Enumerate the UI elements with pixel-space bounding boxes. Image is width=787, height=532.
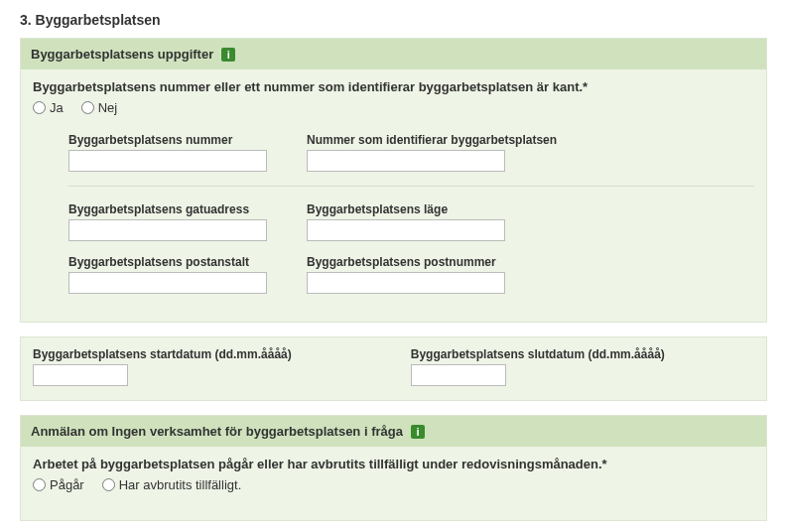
input-street[interactable] <box>68 219 267 241</box>
input-id-number[interactable] <box>307 150 505 172</box>
radio-yes-input[interactable] <box>33 101 46 114</box>
label-enddate: Byggarbetsplatsens slutdatum (dd.mm.åååå… <box>411 347 665 361</box>
label-id-number: Nummer som identifierar byggarbetsplatse… <box>307 133 557 147</box>
radio-paused-input[interactable] <box>102 478 115 491</box>
info-icon[interactable]: i <box>221 48 235 62</box>
panel-heading-text: Byggarbetsplatsens uppgifter <box>31 47 213 62</box>
radio-ongoing-input[interactable] <box>33 478 46 491</box>
field-street: Byggarbetsplatsens gatuadress <box>68 202 267 241</box>
label-site-number: Byggarbetsplatsens nummer <box>68 133 267 147</box>
radio-paused-label: Har avbrutits tillfälligt. <box>119 477 242 492</box>
question-number-known: Byggarbetsplatsens nummer eller ett numm… <box>33 79 754 94</box>
input-startdate[interactable] <box>33 364 128 386</box>
field-postoffice: Byggarbetsplatsens postanstalt <box>68 255 267 294</box>
input-postnumber[interactable] <box>307 272 505 294</box>
radio-row-activity: Pågår Har avbrutits tillfälligt. <box>33 477 754 492</box>
field-postnumber: Byggarbetsplatsens postnummer <box>307 255 505 294</box>
radio-no-input[interactable] <box>81 101 94 114</box>
input-enddate[interactable] <box>411 364 506 386</box>
field-location: Byggarbetsplatsens läge <box>307 202 505 241</box>
radio-no-label: Nej <box>98 100 118 115</box>
radio-ongoing[interactable]: Pågår <box>33 477 84 492</box>
label-postoffice: Byggarbetsplatsens postanstalt <box>68 255 267 269</box>
inner-fields-block: Byggarbetsplatsens nummer Nummer som ide… <box>68 129 754 294</box>
radio-ongoing-label: Pågår <box>50 477 84 492</box>
field-site-number: Byggarbetsplatsens nummer <box>68 133 267 172</box>
panel-body-dates: Byggarbetsplatsens startdatum (dd.mm.ååå… <box>21 337 766 400</box>
label-street: Byggarbetsplatsens gatuadress <box>68 202 267 216</box>
radio-paused[interactable]: Har avbrutits tillfälligt. <box>102 477 242 492</box>
label-startdate: Byggarbetsplatsens startdatum (dd.mm.ååå… <box>33 347 292 361</box>
panel-no-activity: Anmälan om Ingen verksamhet för byggarbe… <box>20 415 767 521</box>
panel-site-info: Byggarbetsplatsens uppgifter i Byggarbet… <box>20 38 767 323</box>
field-enddate: Byggarbetsplatsens slutdatum (dd.mm.åååå… <box>411 347 665 386</box>
panel-body-site-info: Byggarbetsplatsens nummer eller ett numm… <box>21 69 766 322</box>
radio-yes[interactable]: Ja <box>33 100 64 115</box>
section-title: 3. Byggarbetsplatsen <box>20 12 767 28</box>
divider <box>68 186 754 187</box>
panel-header-site-info: Byggarbetsplatsens uppgifter i <box>21 39 766 69</box>
panel-dates: Byggarbetsplatsens startdatum (dd.mm.ååå… <box>20 336 767 401</box>
info-icon[interactable]: i <box>411 425 425 439</box>
radio-yes-label: Ja <box>50 100 64 115</box>
label-location: Byggarbetsplatsens läge <box>307 202 505 216</box>
label-postnumber: Byggarbetsplatsens postnummer <box>307 255 505 269</box>
panel-header-no-activity: Anmälan om Ingen verksamhet för byggarbe… <box>21 416 766 447</box>
field-startdate: Byggarbetsplatsens startdatum (dd.mm.ååå… <box>33 347 292 386</box>
field-id-number: Nummer som identifierar byggarbetsplatse… <box>307 133 557 172</box>
radio-no[interactable]: Nej <box>81 100 118 115</box>
input-postoffice[interactable] <box>68 272 267 294</box>
panel-heading-no-activity-text: Anmälan om Ingen verksamhet för byggarbe… <box>31 424 403 439</box>
question-activity: Arbetet på byggarbetsplatsen pågår eller… <box>33 457 754 471</box>
input-site-number[interactable] <box>68 150 267 172</box>
panel-body-no-activity: Arbetet på byggarbetsplatsen pågår eller… <box>21 447 766 520</box>
input-location[interactable] <box>307 219 505 241</box>
radio-row-number-known: Ja Nej <box>33 100 754 115</box>
